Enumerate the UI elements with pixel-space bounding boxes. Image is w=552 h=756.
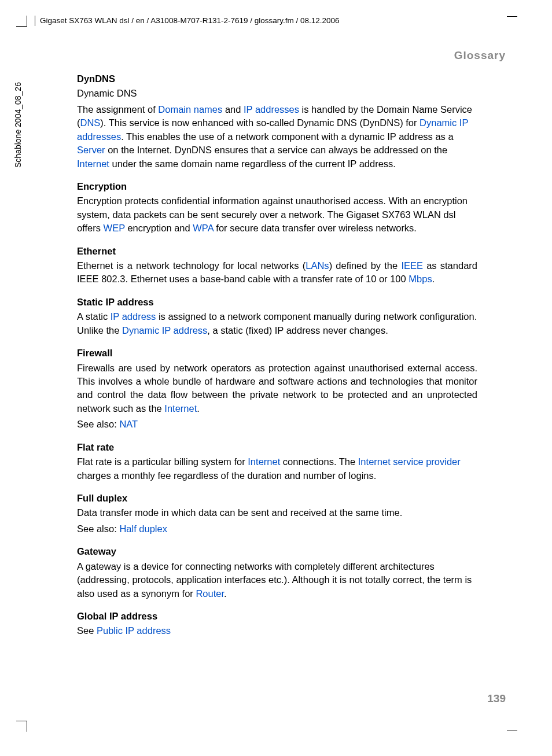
template-side-text: Schablone 2004_08_26: [13, 82, 23, 168]
crop-mark-bl: [16, 721, 27, 732]
crop-mark-tl: [16, 16, 27, 27]
text: .: [197, 403, 200, 414]
text: See also:: [77, 419, 119, 429]
link-dynamic-ip-address[interactable]: Dynamic IP address: [122, 325, 207, 335]
text: encryption and: [125, 223, 193, 233]
link-public-ip[interactable]: Public IP address: [97, 625, 171, 636]
glossary-content: DynDNS Dynamic DNS The assignment of Dom…: [77, 72, 477, 640]
link-ip-address[interactable]: IP address: [111, 311, 156, 322]
text: charges a monthly fee regardless of the …: [77, 470, 376, 481]
term-dyndns: DynDNS: [77, 72, 477, 86]
link-isp[interactable]: Internet service provider: [358, 456, 461, 467]
text: connections. The: [280, 456, 358, 467]
text: A gateway is a device for connecting net…: [77, 561, 472, 599]
text: ). This service is now enhanced with so-…: [100, 117, 419, 128]
link-lans[interactable]: LANs: [306, 260, 329, 271]
text: Firewalls are used by network operators …: [77, 363, 477, 414]
term-fullduplex: Full duplex: [77, 492, 477, 505]
link-wep[interactable]: WEP: [104, 223, 125, 233]
def-gateway: A gateway is a device for connecting net…: [77, 560, 477, 600]
def-firewall-seealso: See also: NAT: [77, 418, 477, 431]
text: Flat rate is a particular billing system…: [77, 456, 248, 467]
text: , a static (fixed) IP address never chan…: [207, 325, 388, 335]
link-internet[interactable]: Internet: [77, 158, 109, 169]
def-fullduplex-seealso: See also: Half duplex: [77, 522, 477, 536]
page-number: 139: [487, 692, 506, 705]
term-global-ip: Global IP address: [77, 610, 477, 623]
text: for secure data transfer over wireless n…: [214, 223, 417, 233]
text: on the Internet. DynDNS ensures that a s…: [105, 145, 448, 155]
link-ieee[interactable]: IEEE: [401, 260, 423, 271]
term-gateway: Gateway: [77, 545, 477, 558]
def-global-ip: See Public IP address: [77, 624, 477, 637]
link-internet[interactable]: Internet: [164, 403, 197, 414]
text: See also:: [77, 523, 119, 534]
link-wpa[interactable]: WPA: [193, 223, 213, 233]
def-encryption: Encryption protects confidential informa…: [77, 194, 477, 235]
def-static-ip: A static IP address is assigned to a net…: [77, 310, 477, 337]
def-fullduplex: Data transfer mode in which data can be …: [77, 506, 477, 519]
text: under the same domain name regardless of…: [109, 158, 396, 169]
link-router[interactable]: Router: [196, 588, 224, 599]
text: .: [224, 588, 227, 599]
text: The assignment of: [77, 104, 158, 115]
text: .: [432, 274, 435, 284]
text: See: [77, 625, 97, 636]
header-path: Gigaset SX763 WLAN dsl / en / A31008-M70…: [35, 16, 340, 26]
term-encryption: Encryption: [77, 180, 477, 193]
link-halfduplex[interactable]: Half duplex: [119, 523, 167, 534]
def-dyndns-sub: Dynamic DNS: [77, 87, 477, 100]
section-title: Glossary: [454, 49, 506, 62]
text: and: [222, 104, 244, 115]
term-firewall: Firewall: [77, 346, 477, 360]
def-ethernet: Ethernet is a network technology for loc…: [77, 259, 477, 286]
link-mbps[interactable]: Mbps: [409, 274, 432, 284]
text: . This enables the use of a network comp…: [121, 131, 453, 142]
def-flatrate: Flat rate is a particular billing system…: [77, 455, 477, 482]
def-firewall: Firewalls are used by network operators …: [77, 362, 477, 416]
link-nat[interactable]: NAT: [119, 419, 138, 429]
text: A static: [77, 311, 111, 322]
link-dns[interactable]: DNS: [80, 117, 101, 128]
text: Ethernet is a network technology for loc…: [77, 260, 306, 271]
link-server[interactable]: Server: [77, 145, 105, 155]
text: ) defined by the: [329, 260, 402, 271]
link-domain-names[interactable]: Domain names: [158, 104, 222, 115]
term-flatrate: Flat rate: [77, 441, 477, 454]
crop-mark-tr: [507, 16, 517, 17]
crop-mark-br: [507, 731, 517, 732]
term-static-ip: Static IP address: [77, 296, 477, 309]
link-internet[interactable]: Internet: [248, 456, 280, 467]
term-ethernet: Ethernet: [77, 245, 477, 258]
link-ip-addresses[interactable]: IP addresses: [244, 104, 299, 115]
def-dyndns: The assignment of Domain names and IP ad…: [77, 103, 477, 171]
